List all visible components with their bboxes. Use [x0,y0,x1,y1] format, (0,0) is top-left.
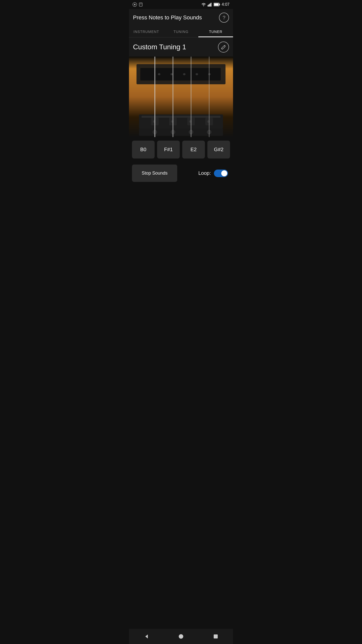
svg-point-17 [183,73,186,75]
sd-icon [139,2,143,7]
tuning-row: Custom Tuning 1 [129,37,233,57]
pencil-icon [221,44,226,50]
status-left-icons [132,2,143,7]
svg-rect-10 [214,4,218,6]
svg-point-15 [158,73,160,75]
svg-point-16 [170,73,173,75]
help-button[interactable]: ? [219,13,229,23]
loop-toggle[interactable] [214,170,228,177]
battery-icon [214,3,220,6]
note-button-g2[interactable]: G#2 [207,141,230,158]
svg-rect-11 [219,4,220,5]
tabs: INSTRUMENT TUNING TUNER [129,26,233,37]
svg-point-18 [196,73,198,75]
clock: 4:07 [222,2,230,7]
wifi-icon [201,3,206,7]
status-bar: 4:07 [129,0,233,9]
sim-icon [132,2,137,7]
loop-area: Loop: [181,170,230,177]
note-button-b0[interactable]: B0 [132,141,155,158]
toggle-thumb [221,170,227,176]
tab-tuner[interactable]: TUNER [198,26,233,37]
svg-rect-2 [139,3,142,6]
edit-tuning-button[interactable] [218,42,229,53]
loop-label: Loop: [198,170,211,176]
header-title: Press Notes to Play Sounds [133,14,202,21]
tab-instrument[interactable]: INSTRUMENT [129,26,164,37]
guitar-svg [129,57,233,137]
svg-rect-21 [142,116,220,118]
svg-rect-4 [141,4,142,4]
stop-sounds-button[interactable]: Stop Sounds [132,165,177,182]
svg-rect-7 [210,4,210,7]
guitar-image [129,57,233,137]
toggle-track [214,170,228,177]
svg-rect-8 [211,3,211,7]
header: Press Notes to Play Sounds ? [129,9,233,26]
note-button-f1[interactable]: F#1 [157,141,180,158]
svg-rect-5 [208,5,208,7]
tab-tuning[interactable]: TUNING [164,26,198,37]
svg-point-19 [208,73,211,75]
svg-point-1 [134,4,135,5]
tuning-name: Custom Tuning 1 [133,43,186,51]
svg-rect-3 [140,4,141,4]
signal-icon [208,3,212,7]
svg-rect-6 [209,4,209,7]
note-buttons: B0 F#1 E2 G#2 [129,137,233,162]
bottom-controls: Stop Sounds Loop: [129,162,233,184]
status-right-icons: 4:07 [201,2,230,7]
note-button-e2[interactable]: E2 [182,141,205,158]
